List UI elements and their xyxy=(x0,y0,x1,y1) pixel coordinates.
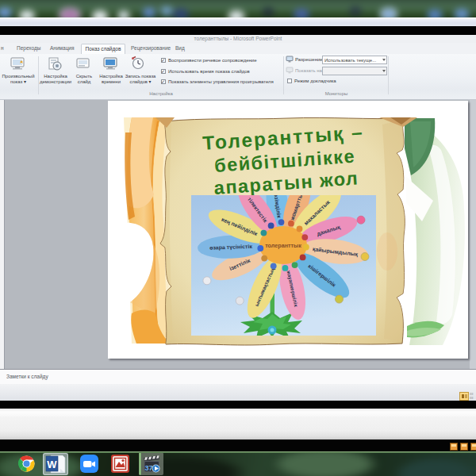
svg-text:W: W xyxy=(47,459,57,470)
